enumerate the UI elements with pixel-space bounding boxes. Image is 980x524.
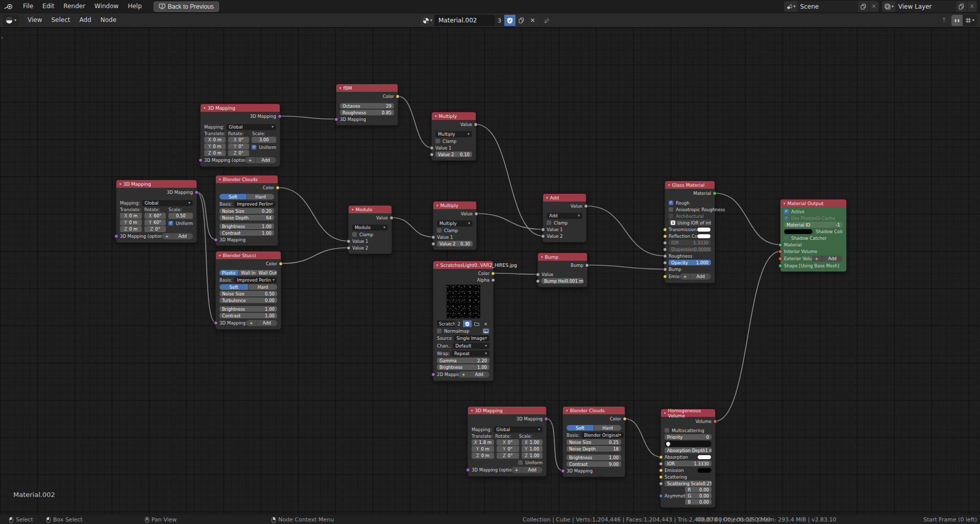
node-header[interactable]: ▾Blender Clouds [563,407,625,414]
node-header[interactable]: ▾Blender Stucci [216,252,281,259]
checkbox-shadow-catcher[interactable] [784,236,789,240]
color-swatch-transmission-c[interactable] [697,227,711,232]
collapse-icon[interactable]: ▾ [783,202,786,206]
collapse-icon[interactable]: ▾ [436,204,438,208]
dropdown-improved-perlin[interactable]: Improved Perlin▾ [234,277,277,283]
node-header[interactable]: ▾Multiply [433,202,476,209]
image-name-field[interactable]: ScratchesLight.. [437,320,455,327]
view-layer-name-field[interactable]: View Layer [895,1,955,12]
collapse-icon[interactable]: ▾ [668,183,670,187]
color-swatch-absorption[interactable] [697,455,712,460]
editor-type-selector[interactable]: ▾ [3,15,19,26]
slider-octaves[interactable]: Octaves29 [340,103,394,109]
translate-z[interactable]: Z0 m [204,150,226,156]
node-link[interactable] [278,188,349,241]
slider-contrast[interactable]: Contrast1.00 [219,230,274,236]
node-add[interactable]: ▾AddValueAdd▾ClampValue 1Value 2 [543,193,586,242]
info-button[interactable]: iUsing IOR of interior .. [669,219,711,226]
slider-scattering-scale[interactable]: Scattering Scale0.250 [665,481,712,487]
slider-asymmetry-b[interactable]: B0.00 [685,499,712,505]
rotate-x[interactable]: X60° [144,213,166,219]
scale-z[interactable]: Z1.00 [522,453,543,459]
toggle-wall-out[interactable]: Wall Out [258,270,277,276]
view-layer-remove-button[interactable]: ✕ [967,1,977,12]
node-link[interactable] [280,116,336,119]
menu-select[interactable]: Select [47,14,75,27]
slider-brightness[interactable]: Brightness1.00 [437,364,489,370]
view-layer-new-button[interactable] [955,1,967,12]
node-header[interactable]: ▾Add [543,194,586,202]
node-link[interactable] [281,248,349,264]
socket-exterior-volume[interactable] [778,257,782,261]
dropdown-single-image[interactable]: Single Image▾ [454,335,489,341]
slider-ior[interactable]: IOR1.3330 [665,461,712,467]
socket-scattering[interactable] [659,475,663,479]
scale-field[interactable]: 3.00 [252,137,276,143]
slider-contrast[interactable]: Contrast1.00 [219,313,277,319]
socket-3d-mapping-optional[interactable] [466,468,470,472]
socket-color[interactable] [623,417,627,421]
slider-material-id[interactable]: Material ID-1 [784,222,843,228]
socket-dispersion[interactable] [663,247,667,252]
socket-bump[interactable] [585,263,589,267]
area-corner-arrow[interactable]: › [1,35,3,40]
slider-asymmetry-g[interactable]: G0.00 [685,493,712,498]
socket-value[interactable] [474,212,478,216]
socket-bump[interactable] [663,267,667,271]
node-header[interactable]: ▾Bump [538,253,587,261]
material-browse-button[interactable]: ▾ [421,15,434,26]
dropdown-multiply[interactable]: Multiply▾ [437,220,473,227]
socket-value-1[interactable] [430,146,434,150]
socket-ior[interactable] [663,241,667,245]
node-header[interactable]: ▾Modulo [349,206,391,213]
translate-x[interactable]: X0 m [120,213,142,219]
socket-shape-using-base-mesh[interactable] [778,264,782,268]
node-link[interactable] [715,252,780,421]
scale-y[interactable]: Y1.00 [522,446,543,452]
slider-brightness[interactable]: Brightness1.00 [567,455,621,461]
node-material-output[interactable]: ▾Material Output✓Active✓Use PhotonGI Cac… [780,199,847,272]
menu-add[interactable]: Add [75,14,96,27]
socket-transmission-c[interactable] [663,228,667,232]
translate-z[interactable]: Z0 m [472,453,494,459]
ior-preset-bar[interactable] [665,441,712,447]
toggle-hard[interactable]: Hard [249,284,277,290]
slider-noise-size[interactable]: Noise Size0.25 [567,439,621,445]
collapse-icon[interactable]: ▾ [541,255,543,259]
rotate-x[interactable]: X0° [497,439,519,445]
menu-help[interactable]: Help [123,0,146,13]
node-link[interactable] [586,206,665,256]
rotate-z[interactable]: Z0° [228,150,250,156]
slider-roughness[interactable]: Roughness0.85 [340,110,394,116]
material-users-button[interactable]: 3 [495,15,504,26]
checkbox-architectural[interactable] [669,214,673,218]
node-glass-material[interactable]: ▾Glass MaterialMaterial✓RoughAnisotropic… [665,181,715,283]
node-homogeneous-volume[interactable]: ▾Homogeneous VolumeVolumeMultiscattering… [660,409,716,508]
checkbox-clamp[interactable] [352,232,357,237]
socket-3d-mapping[interactable] [214,238,218,242]
material-name-field[interactable]: Material.002 [434,15,495,26]
socket-2d-mapping[interactable] [431,372,435,377]
menu-edit[interactable]: Edit [38,0,59,13]
slider-dispersion[interactable]: Dispersion0.00000 [669,246,711,253]
collapse-icon[interactable]: ▾ [664,411,666,415]
rotate-y[interactable]: Y0° [228,143,250,149]
socket-value[interactable] [584,204,588,208]
rotate-x[interactable]: X0° [228,137,250,143]
socket-3d-mapping[interactable] [214,321,218,325]
collapse-icon[interactable]: ▾ [219,178,221,182]
socket-value-2[interactable] [541,234,545,238]
slider-noise-size[interactable]: Noise Size0.50 [219,291,277,297]
socket-value-1[interactable] [431,235,435,239]
toggle-soft[interactable]: Soft [567,425,594,431]
slider-priority[interactable]: Priority0 [665,434,712,440]
checkbox-uniform[interactable] [518,460,523,465]
slider-value-2[interactable]: Value 20.10 [435,152,472,158]
toggle-hard[interactable]: Hard [247,194,274,200]
collapse-icon[interactable]: ▾ [435,114,437,118]
socket-alpha[interactable] [491,278,495,282]
node-header[interactable]: ▾3D Mapping [201,104,280,112]
pin-icon[interactable] [543,17,550,24]
slider-brightness[interactable]: Brightness1.00 [219,306,277,312]
node-modulo[interactable]: ▾ModuloValueModulo▾ClampValue 1Value 2 [348,205,392,254]
